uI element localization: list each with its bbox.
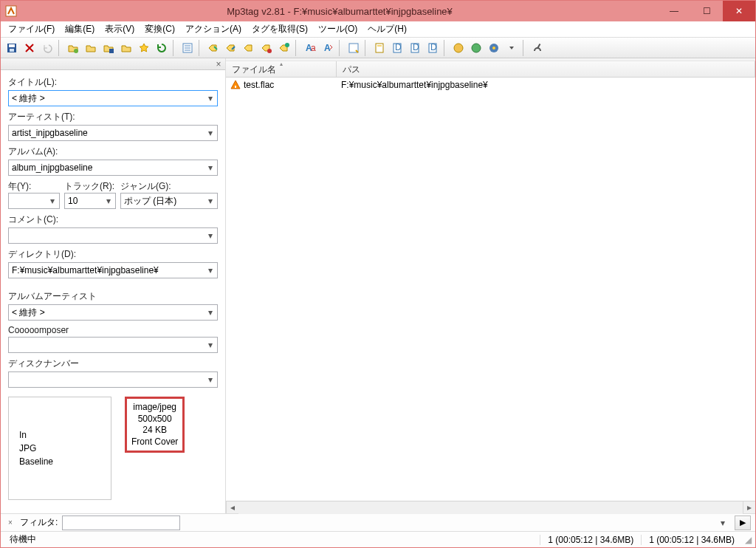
scroll-right-icon[interactable]: ▸ <box>743 501 755 514</box>
composer-input[interactable] <box>8 337 218 353</box>
svg-rect-16 <box>376 44 383 52</box>
websource-1-icon[interactable] <box>450 40 467 56</box>
discnumber-label: ディスクナンバー <box>8 357 218 370</box>
svg-point-4 <box>74 49 78 53</box>
svg-point-10 <box>267 49 272 53</box>
close-button[interactable]: ✕ <box>723 1 755 21</box>
favorite-icon[interactable] <box>136 40 152 56</box>
websource-dropdown-icon[interactable] <box>504 40 520 56</box>
discnumber-input[interactable] <box>8 371 218 388</box>
minimize-button[interactable]: — <box>658 1 690 21</box>
resize-grip-icon[interactable]: ◢ <box>742 535 754 545</box>
report-4-icon[interactable]: D <box>425 40 441 56</box>
comment-input[interactable] <box>8 227 218 244</box>
extended-tags-icon[interactable] <box>179 40 196 56</box>
cover-dimensions: 500x500 <box>131 414 178 425</box>
scroll-left-icon[interactable]: ◂ <box>226 501 238 514</box>
options-icon[interactable] <box>529 40 546 56</box>
menu-view[interactable]: 表示(V) <box>100 21 139 37</box>
filter-label: フィルタ: <box>20 516 58 529</box>
toolbar-separator <box>365 40 368 56</box>
folder-playlist-icon[interactable] <box>118 40 134 56</box>
cover-art-thumbnail[interactable]: In JPG Baseline <box>8 397 111 500</box>
text-file-to-tag-icon[interactable] <box>258 40 275 56</box>
menu-tools[interactable]: ツール(O) <box>314 21 362 37</box>
track-input[interactable] <box>64 193 116 209</box>
websource-3-icon[interactable] <box>486 40 502 56</box>
svg-rect-3 <box>10 49 14 52</box>
cover-mime: image/jpeg <box>131 402 178 414</box>
table-row[interactable]: test.flac F:¥music¥albumarttet¥injpgbase… <box>226 78 755 92</box>
toolbar-separator <box>339 40 343 56</box>
websource-2-icon[interactable] <box>468 40 484 56</box>
tag-to-tag-icon[interactable] <box>276 40 292 56</box>
title-input[interactable] <box>8 90 218 106</box>
svg-point-11 <box>285 43 289 47</box>
cell-filename: test.flac <box>244 80 274 90</box>
undo-icon[interactable] <box>39 40 55 56</box>
cover-text-line: Baseline <box>19 455 111 468</box>
year-label: 年(Y): <box>8 180 60 193</box>
filter-input[interactable] <box>62 516 180 530</box>
svg-text:D: D <box>430 42 437 52</box>
status-ready: 待機中 <box>2 533 540 546</box>
menu-convert[interactable]: 変換(C) <box>140 21 179 37</box>
menu-edit[interactable]: 編集(E) <box>61 21 99 37</box>
body: × タイトル(L): ▾ アーティスト(T): ▾ アルバム(A): ▾ 年(Y… <box>1 58 755 513</box>
filename-to-filename-icon[interactable] <box>241 40 257 56</box>
directory-label: ディレクトリ(D): <box>8 248 218 261</box>
album-input[interactable] <box>8 160 218 176</box>
tag-panel-header: × <box>1 58 225 70</box>
artist-input[interactable] <box>8 125 218 141</box>
composer-label: Cooooomposer <box>8 325 218 335</box>
comment-label: コメント(C): <box>8 213 218 226</box>
maximize-button[interactable]: ☐ <box>690 1 723 21</box>
horizontal-scrollbar[interactable]: ◂ ▸ <box>226 501 755 513</box>
actions-icon[interactable]: Aa <box>302 40 318 56</box>
report-3-icon[interactable]: D <box>407 40 423 56</box>
cover-text-line: In <box>19 428 111 442</box>
column-header-path[interactable]: パス <box>337 61 755 77</box>
window-title: Mp3tag v2.81 - F:¥music¥albumarttet¥injp… <box>21 6 658 17</box>
window-controls: — ☐ ✕ <box>658 1 755 21</box>
menu-file[interactable]: ファイル(F) <box>4 21 59 37</box>
refresh-icon[interactable] <box>154 40 170 56</box>
delete-icon[interactable] <box>21 40 38 56</box>
folder-save-icon[interactable] <box>100 40 117 56</box>
svg-point-25 <box>472 44 481 52</box>
autonumber-icon[interactable] <box>346 40 362 56</box>
albumartist-label: アルバムアーティスト <box>8 290 218 303</box>
menu-action[interactable]: アクション(A) <box>181 21 246 37</box>
menu-tagsources[interactable]: タグを取得(S) <box>247 21 312 37</box>
app-icon <box>5 5 17 17</box>
quick-action-icon[interactable]: A <box>320 40 336 56</box>
svg-point-27 <box>492 47 495 49</box>
filter-close-icon[interactable]: × <box>5 518 16 527</box>
svg-rect-5 <box>109 49 114 53</box>
report-1-icon[interactable] <box>371 40 388 56</box>
cover-text-line: JPG <box>19 442 111 455</box>
title-label: タイトル(L): <box>8 76 218 89</box>
folder-open-icon[interactable] <box>65 40 81 56</box>
filter-go-button[interactable]: ▶ <box>735 516 751 530</box>
svg-text:D: D <box>413 42 419 52</box>
report-2-icon[interactable]: D <box>389 40 405 56</box>
directory-input[interactable] <box>8 262 218 278</box>
genre-input[interactable] <box>120 193 218 209</box>
save-icon[interactable] <box>4 40 20 56</box>
menubar: ファイル(F) 編集(E) 表示(V) 変換(C) アクション(A) タグを取得… <box>1 21 755 38</box>
tag-panel-close-icon[interactable]: × <box>213 59 224 69</box>
menu-help[interactable]: ヘルプ(H) <box>363 21 411 37</box>
folder-add-icon[interactable] <box>83 40 99 56</box>
filename-to-tag-icon[interactable] <box>223 40 239 56</box>
tag-to-filename-icon[interactable] <box>205 40 221 56</box>
albumartist-input[interactable] <box>8 304 218 321</box>
scroll-track[interactable] <box>238 501 743 514</box>
column-header-filename[interactable]: ▴ ファイル名 <box>226 61 337 77</box>
year-input[interactable] <box>8 193 60 209</box>
cover-art-info-box: image/jpeg 500x500 24 KB Front Cover <box>125 397 185 453</box>
album-label: アルバム(A): <box>8 145 218 158</box>
file-list-body[interactable]: test.flac F:¥music¥albumarttet¥injpgbase… <box>226 78 755 501</box>
toolbar-separator <box>199 40 202 56</box>
sort-indicator-icon: ▴ <box>280 61 283 67</box>
